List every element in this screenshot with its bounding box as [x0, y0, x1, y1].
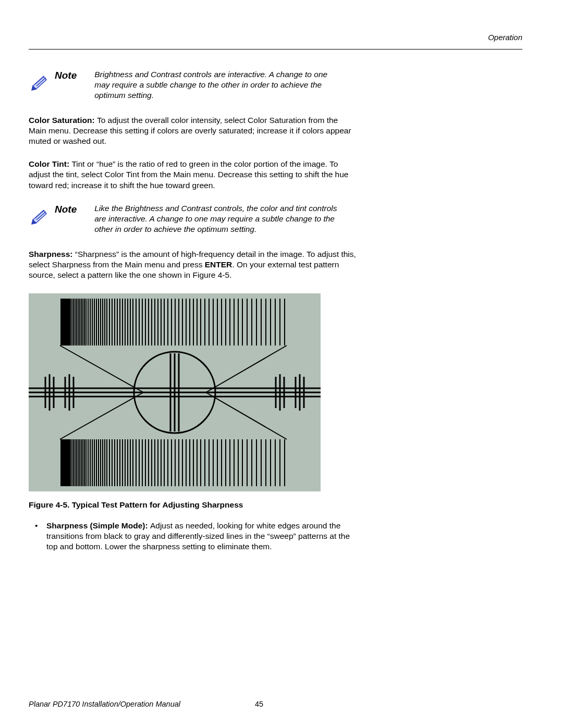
document-page: Operation Note Brightness and Contrast c…	[0, 0, 563, 728]
bullet-content: Sharpness (Simple Mode): Adjust as neede…	[46, 521, 358, 552]
sharpness-label: Sharpness:	[29, 250, 75, 258]
bullet-mark: •	[35, 521, 46, 552]
note-block-2: Note Like the Brightness and Contrast co…	[29, 203, 522, 235]
color-saturation-paragraph: Color Saturation: To adjust the overall …	[29, 115, 357, 146]
note-icon	[29, 70, 50, 94]
sharpness-test-pattern-figure: // no script inside svg in static output	[29, 293, 321, 491]
note-text: Like the Brightness and Contrast control…	[94, 203, 342, 235]
header-divider	[29, 49, 522, 50]
sharpness-paragraph: Sharpness: “Sharpness” is the amount of …	[29, 249, 357, 280]
note-icon	[29, 204, 50, 228]
figure-caption: Figure 4-5. Typical Test Pattern for Adj…	[29, 500, 522, 510]
note-label: Note	[55, 69, 77, 82]
page-footer: Planar PD7170 Installation/Operation Man…	[29, 699, 498, 709]
header-section: Operation	[29, 32, 522, 43]
color-tint-text: Tint or “hue” is the ratio of red to gre…	[29, 159, 348, 189]
color-tint-paragraph: Color Tint: Tint or “hue” is the ratio o…	[29, 159, 357, 190]
footer-title: Planar PD7170 Installation/Operation Man…	[29, 700, 180, 708]
bullet-sharpness-simple: • Sharpness (Simple Mode): Adjust as nee…	[35, 521, 358, 552]
color-tint-label: Color Tint:	[29, 159, 71, 168]
sharpness-enter: ENTER	[205, 260, 232, 269]
note-label: Note	[55, 203, 77, 216]
note-block-1: Note Brightness and Contrast controls ar…	[29, 69, 522, 101]
note-text: Brightness and Contrast controls are int…	[94, 69, 342, 101]
color-saturation-label: Color Saturation:	[29, 116, 97, 125]
footer-page-number: 45	[255, 699, 263, 709]
bullet-label: Sharpness (Simple Mode):	[46, 521, 150, 530]
